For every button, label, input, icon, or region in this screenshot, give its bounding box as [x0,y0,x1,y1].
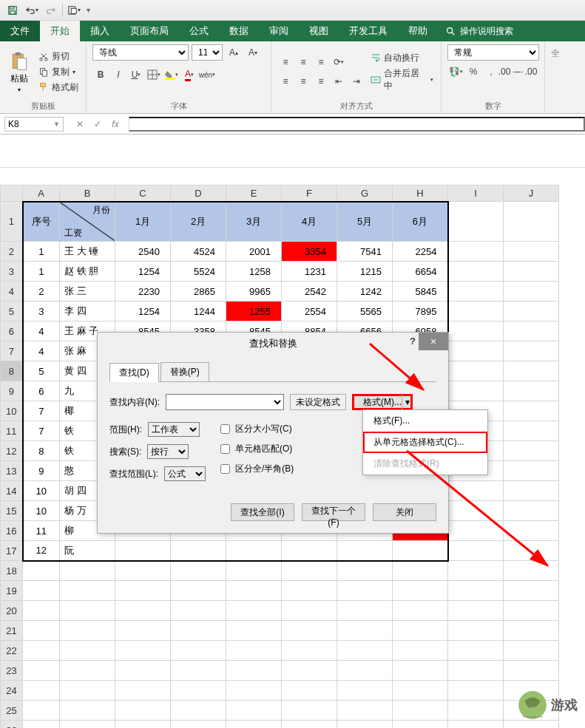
dialog-help-icon[interactable]: ? [410,336,416,347]
redo-icon[interactable] [43,2,59,18]
cut-button[interactable]: 剪切 [37,50,80,64]
cell[interactable] [282,641,337,661]
comma-icon[interactable]: , [483,64,499,80]
cell[interactable] [337,681,393,701]
data-cell[interactable] [393,541,448,561]
cell[interactable] [337,621,393,641]
cell[interactable] [60,641,115,661]
cell[interactable] [448,481,504,501]
cell[interactable] [115,601,171,621]
lookin-select[interactable]: 公式 [164,466,206,481]
seq-cell[interactable]: 7 [23,401,60,421]
cell[interactable] [504,501,559,521]
fill-color-icon[interactable]: ▾ [163,67,180,83]
data-cell[interactable]: 1258 [226,262,282,282]
decrease-font-icon[interactable]: A▾ [245,44,261,61]
data-cell[interactable]: 7895 [393,302,448,322]
cell[interactable] [504,421,559,441]
format-dropdown-icon[interactable]: ▾ [402,395,412,409]
cell[interactable] [171,681,226,701]
dialog-close-button[interactable]: × [419,333,448,350]
cell[interactable] [504,381,559,401]
match-byte-checkbox[interactable]: 区分全/半角(B) [217,462,294,476]
cell[interactable] [504,322,559,341]
merge-center-button[interactable]: 合并后居中▾ [369,67,435,93]
row-header[interactable]: 24 [1,681,23,701]
cell[interactable] [171,581,226,601]
row-header[interactable]: 17 [1,541,23,561]
data-cell[interactable]: 1215 [337,262,393,282]
align-center-icon[interactable]: ≡ [295,73,311,89]
search-direction-select[interactable]: 按行 [147,444,189,459]
find-content-input[interactable] [166,394,284,410]
cell[interactable] [115,581,171,601]
cell[interactable] [171,701,226,721]
cell[interactable] [23,721,60,729]
data-cell[interactable] [171,541,226,561]
cell[interactable] [504,441,559,461]
data-cell[interactable]: 3354 [282,242,337,262]
cell[interactable] [60,621,115,641]
underline-icon[interactable]: U▾ [128,67,144,83]
match-entire-checkbox[interactable]: 单元格匹配(O) [217,442,294,456]
indent-dec-icon[interactable]: ⇤ [331,73,347,89]
cell[interactable] [23,661,60,681]
cell[interactable] [448,661,504,681]
cell[interactable] [504,341,559,361]
cell[interactable] [448,242,504,262]
data-cell[interactable]: 6654 [393,262,448,282]
data-cell[interactable]: 1242 [337,282,393,302]
cell[interactable] [115,661,171,681]
seq-cell[interactable]: 10 [23,501,60,521]
cell[interactable] [448,381,504,401]
data-cell[interactable] [115,541,171,561]
cell[interactable] [226,621,282,641]
borders-icon[interactable]: ▾ [146,67,162,83]
cell[interactable] [448,282,504,302]
cell[interactable] [60,581,115,601]
data-cell[interactable]: 5845 [393,282,448,302]
data-cell[interactable]: 1244 [171,302,226,322]
cell[interactable] [393,661,448,681]
cell[interactable] [60,561,115,581]
select-all-corner[interactable] [1,186,23,202]
cell[interactable] [448,262,504,282]
align-middle-icon[interactable]: ≡ [295,54,311,70]
tab-find[interactable]: 查找(D) [109,363,159,382]
cell[interactable] [226,561,282,581]
data-cell[interactable]: 2001 [226,242,282,262]
cell[interactable] [282,581,337,601]
format-button[interactable]: 格式(M)...▾ [352,394,413,410]
cell[interactable] [337,581,393,601]
qat-overflow-icon[interactable]: ▾ [85,6,90,14]
increase-font-icon[interactable]: A▴ [226,44,242,61]
cell[interactable] [226,601,282,621]
cell[interactable] [504,361,559,381]
cell[interactable] [393,621,448,641]
cell[interactable] [23,561,60,581]
cell[interactable] [226,661,282,681]
cell[interactable] [115,641,171,661]
cell[interactable] [448,322,504,341]
cell[interactable] [504,481,559,501]
cell[interactable] [115,561,171,581]
data-cell[interactable]: 9965 [226,282,282,302]
tab-dev[interactable]: 开发工具 [339,21,398,41]
font-name-select[interactable]: 等线 [92,44,189,61]
save-icon[interactable] [4,2,21,18]
cell[interactable] [504,202,559,242]
phonetic-icon[interactable]: wén▾ [199,67,215,83]
data-cell[interactable] [337,541,393,561]
seq-cell[interactable]: 1 [23,242,60,262]
row-header[interactable]: 26 [1,721,23,729]
data-cell[interactable] [282,541,337,561]
data-cell[interactable]: 5565 [337,302,393,322]
font-size-select[interactable]: 11 [192,44,223,61]
data-cell[interactable]: 2540 [115,242,171,262]
cell[interactable] [504,521,559,541]
row-header[interactable]: 18 [1,561,23,581]
tab-home[interactable]: 开始 [40,21,80,41]
cell[interactable] [448,621,504,641]
align-right-icon[interactable]: ≡ [313,73,329,89]
undo-icon[interactable]: ▾ [24,2,40,18]
